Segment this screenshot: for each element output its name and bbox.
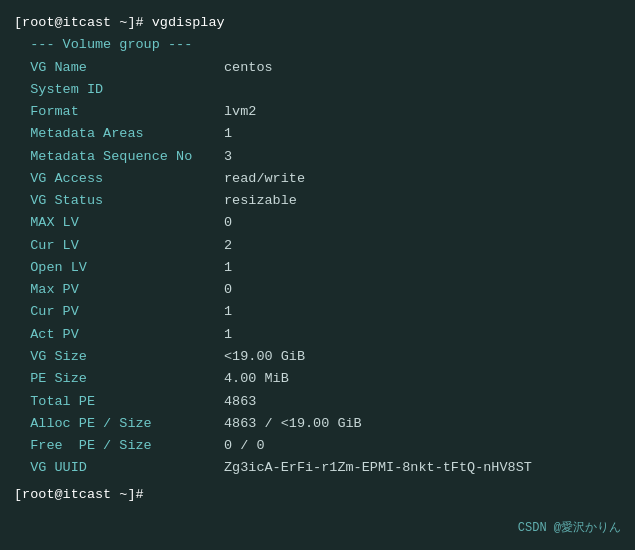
vg-value: 2: [224, 235, 232, 257]
vg-value: Zg3icA-ErFi-r1Zm-EPMI-8nkt-tFtQ-nHV8ST: [224, 457, 532, 479]
watermark: CSDN @愛沢かりん: [518, 519, 621, 536]
vg-key: Free PE / Size: [14, 435, 224, 457]
vg-value: 0: [224, 212, 232, 234]
vg-row: MAX LV0: [14, 212, 621, 234]
vg-key: Metadata Sequence No: [14, 146, 224, 168]
prompt-end-text: [root@itcast ~]#: [14, 484, 144, 506]
vg-key: System ID: [14, 79, 224, 101]
vg-value: centos: [224, 57, 273, 79]
vg-value: 1: [224, 123, 232, 145]
vg-value: 1: [224, 324, 232, 346]
vg-key: Metadata Areas: [14, 123, 224, 145]
vg-row: Total PE4863: [14, 391, 621, 413]
vg-key: Cur LV: [14, 235, 224, 257]
terminal-window: [root@itcast ~]# vgdisplay --- Volume gr…: [0, 0, 635, 550]
vg-key: Alloc PE / Size: [14, 413, 224, 435]
prompt-line: [root@itcast ~]# vgdisplay: [14, 12, 621, 34]
vg-row: Metadata Areas1: [14, 123, 621, 145]
section-header: --- Volume group ---: [14, 34, 192, 56]
vg-value: 4863 / <19.00 GiB: [224, 413, 362, 435]
vg-row: Formatlvm2: [14, 101, 621, 123]
vg-key: Format: [14, 101, 224, 123]
prompt-text: [root@itcast ~]# vgdisplay: [14, 12, 225, 34]
vg-row: Max PV0: [14, 279, 621, 301]
vg-row: VG Statusresizable: [14, 190, 621, 212]
vg-row: VG Namecentos: [14, 57, 621, 79]
vg-row: VG Size<19.00 GiB: [14, 346, 621, 368]
vg-key: Max PV: [14, 279, 224, 301]
vg-value: lvm2: [224, 101, 256, 123]
vg-info-rows: VG Namecentos System ID Formatlvm2 Metad…: [14, 57, 621, 480]
vg-row: Cur PV1: [14, 301, 621, 323]
vg-value: 0 / 0: [224, 435, 265, 457]
vg-key: Cur PV: [14, 301, 224, 323]
vg-key: PE Size: [14, 368, 224, 390]
vg-row: VG Accessread/write: [14, 168, 621, 190]
vg-value: resizable: [224, 190, 297, 212]
vg-row: Cur LV2: [14, 235, 621, 257]
vg-row: Open LV1: [14, 257, 621, 279]
vg-row: Alloc PE / Size4863 / <19.00 GiB: [14, 413, 621, 435]
vg-value: 1: [224, 301, 232, 323]
vg-key: Total PE: [14, 391, 224, 413]
vg-value: read/write: [224, 168, 305, 190]
vg-value: 3: [224, 146, 232, 168]
vg-key: Open LV: [14, 257, 224, 279]
vg-value: 0: [224, 279, 232, 301]
vg-key: VG Status: [14, 190, 224, 212]
vg-key: VG Size: [14, 346, 224, 368]
vg-key: MAX LV: [14, 212, 224, 234]
vg-value: 1: [224, 257, 232, 279]
vg-row: VG UUIDZg3icA-ErFi-r1Zm-EPMI-8nkt-tFtQ-n…: [14, 457, 621, 479]
vg-row: PE Size4.00 MiB: [14, 368, 621, 390]
vg-key: VG Name: [14, 57, 224, 79]
prompt-end-line: [root@itcast ~]#: [14, 484, 621, 506]
vg-key: Act PV: [14, 324, 224, 346]
vg-value: 4.00 MiB: [224, 368, 289, 390]
vg-key: VG Access: [14, 168, 224, 190]
vg-key: VG UUID: [14, 457, 224, 479]
vg-row: Metadata Sequence No3: [14, 146, 621, 168]
vg-value: 4863: [224, 391, 256, 413]
vg-row: System ID: [14, 79, 621, 101]
vg-value: <19.00 GiB: [224, 346, 305, 368]
vg-row: Act PV1: [14, 324, 621, 346]
section-header-line: --- Volume group ---: [14, 34, 621, 56]
vg-row: Free PE / Size0 / 0: [14, 435, 621, 457]
